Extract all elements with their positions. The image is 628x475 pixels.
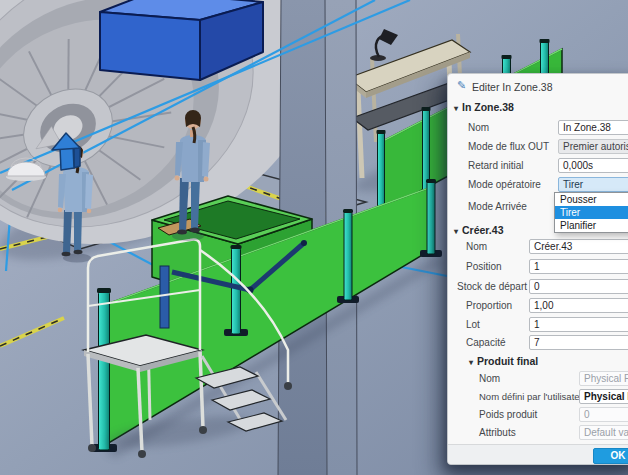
edit-zone-dialog: ✎ Editer In Zone.38 ▾In Zone.38 Nom In Z… bbox=[447, 73, 628, 465]
retard-input[interactable]: 0,000s bbox=[558, 158, 628, 173]
proportion-input[interactable]: 1,00 bbox=[529, 298, 628, 313]
collapse-arrow-icon: ▾ bbox=[454, 227, 458, 236]
poids-produit-label: Poids produit bbox=[479, 409, 537, 420]
position-label: Position bbox=[466, 261, 502, 272]
retard-label: Retard initial bbox=[468, 160, 524, 171]
section-header-in-zone[interactable]: ▾In Zone.38 bbox=[454, 101, 514, 113]
poids-produit-input: 0 bbox=[579, 407, 628, 422]
produit-user-name-label: Nom défini par l'utilisateur bbox=[479, 391, 588, 402]
capacite-input[interactable]: 7 bbox=[529, 335, 628, 350]
creer-nom-label: Nom bbox=[466, 241, 487, 252]
mode-operatoire-select[interactable]: Tirer bbox=[558, 177, 628, 192]
mode-operatoire-label: Mode opératoire bbox=[468, 179, 541, 190]
mode-arrivee-label: Mode Arrivée bbox=[468, 201, 527, 212]
produit-nom-label: Nom bbox=[479, 373, 500, 384]
produit-user-name-input[interactable]: Physical Prod bbox=[579, 389, 628, 404]
app-window: { "palette": { "selection_blue": "#1e8fe… bbox=[0, 0, 628, 475]
collapse-arrow-icon: ▾ bbox=[469, 358, 473, 367]
produit-nom-input: Physical Prod bbox=[579, 371, 628, 386]
stock-depart-label: Stock de départ bbox=[457, 281, 527, 292]
proportion-label: Proportion bbox=[466, 300, 512, 311]
nom-label: Nom bbox=[468, 122, 489, 133]
dialog-header[interactable]: ✎ Editer In Zone.38 bbox=[448, 74, 628, 98]
mode-operatoire-dropdown: Pousser Tirer Planifier bbox=[554, 192, 628, 233]
dropdown-option-planifier[interactable]: Planifier bbox=[555, 219, 628, 232]
position-input[interactable]: 1 bbox=[529, 259, 628, 274]
dialog-title: Editer In Zone.38 bbox=[472, 81, 553, 93]
lot-input[interactable]: 1 bbox=[529, 317, 628, 332]
stock-depart-input[interactable]: 0 bbox=[529, 279, 628, 294]
section-header-produit-final[interactable]: ▾Produit final bbox=[469, 355, 538, 367]
attributs-label: Attributs bbox=[479, 427, 516, 438]
flux-out-label: Mode de flux OUT bbox=[468, 141, 549, 152]
nom-input[interactable]: In Zone.38 bbox=[558, 120, 628, 135]
ok-button[interactable]: OK bbox=[593, 448, 628, 464]
lot-label: Lot bbox=[466, 319, 480, 330]
pencil-icon: ✎ bbox=[457, 79, 466, 92]
attributs-input: Default value bbox=[579, 425, 628, 440]
capacite-label: Capacité bbox=[466, 337, 505, 348]
dropdown-option-tirer[interactable]: Tirer bbox=[555, 206, 628, 219]
collapse-arrow-icon: ▾ bbox=[454, 104, 458, 113]
creer-nom-input[interactable]: Créer.43 bbox=[529, 239, 628, 254]
flux-out-select[interactable]: Premier autorisé bbox=[558, 139, 628, 154]
dropdown-option-pousser[interactable]: Pousser bbox=[555, 193, 628, 206]
dialog-footer: OK bbox=[448, 444, 628, 464]
section-header-creer[interactable]: ▾Créer.43 bbox=[454, 224, 503, 236]
